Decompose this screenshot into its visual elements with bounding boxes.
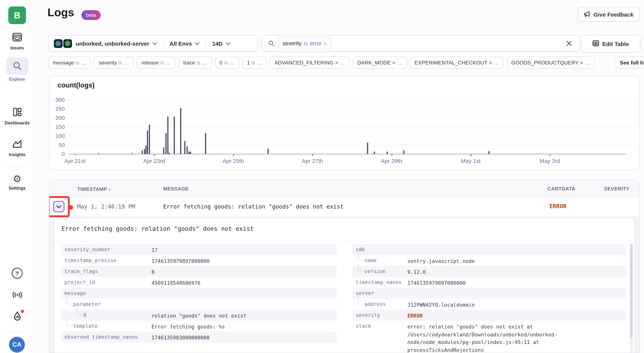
- detail-title: Error fetching goods: relation "goods" d…: [62, 225, 254, 232]
- chart-bar[interactable]: [188, 152, 190, 154]
- date-range-selector[interactable]: 14D: [212, 40, 222, 47]
- detail-row-timestamp_nanos[interactable]: timestamp_nanos1746135979897000000: [352, 277, 626, 288]
- detail-row-project_id[interactable]: project_id4509118548606976: [61, 277, 337, 288]
- chart-bar[interactable]: [387, 152, 388, 154]
- attribute-chip[interactable]: ADVANCED_FILTERING>…: [270, 57, 350, 69]
- see-full-list-button[interactable]: See full list: [615, 57, 644, 69]
- detail-row-stack[interactable]: stackerror: relation "goods" does not ex…: [352, 320, 626, 353]
- attribute-chip[interactable]: EXPERIMENTAL_CHECKOUT>…: [410, 57, 503, 69]
- detail-row-severity_number[interactable]: severity_number17: [61, 244, 337, 255]
- column-message[interactable]: MESSAGE: [163, 186, 189, 192]
- sidebar-item-dashboards[interactable]: Dashboards: [0, 107, 34, 125]
- help-button[interactable]: ?: [0, 268, 34, 279]
- chart-bar[interactable]: [166, 133, 166, 154]
- column-timestamp[interactable]: TIMESTAMP ↓: [77, 186, 111, 192]
- detail-row-sdk[interactable]: sdk: [352, 244, 626, 255]
- chart-bar[interactable]: [184, 141, 186, 154]
- chart-bar[interactable]: [187, 146, 188, 154]
- sidebar-item-insights[interactable]: Insights: [0, 139, 34, 157]
- chart-bar[interactable]: [131, 153, 132, 154]
- beta-badge: beta: [82, 10, 101, 20]
- sidebar-divider: [5, 331, 29, 332]
- x-tick-mark: [75, 154, 76, 156]
- detail-value: 1746135979897000000: [152, 257, 210, 265]
- table-header: TIMESTAMP ↓ MESSAGE CARTDATA SEVERITY: [49, 180, 639, 198]
- x-tick-mark: [154, 154, 155, 156]
- column-severity[interactable]: SEVERITY: [604, 186, 630, 192]
- environment-selector[interactable]: All Envs: [170, 40, 192, 47]
- detail-row-timestamp_precise[interactable]: timestamp_precise1746135979897000000: [61, 255, 337, 266]
- x-axis-label: Apr 29th: [381, 158, 402, 164]
- detail-row-0[interactable]: 0relation "goods" does not exist: [61, 310, 337, 320]
- attribute-chip[interactable]: messageis…: [48, 57, 91, 69]
- clear-search-icon[interactable]: [566, 40, 572, 46]
- attribute-chip[interactable]: GOODS_PRODUCTQUERY>…: [507, 57, 595, 69]
- table-icon: [592, 40, 599, 48]
- chart-bar[interactable]: [374, 152, 375, 154]
- row-expanded-area: Error fetching goods: relation "goods" d…: [49, 216, 639, 353]
- sidebar-item-settings[interactable]: ⚙ Settings: [0, 174, 34, 190]
- user-avatar[interactable]: CA: [9, 337, 25, 352]
- broadcast-icon: [12, 290, 23, 301]
- project-selector[interactable]: unborked, unborked-server: [76, 40, 149, 47]
- chart-bar[interactable]: [205, 133, 206, 154]
- attribute-chip[interactable]: severityis…: [94, 57, 134, 69]
- chart-bar[interactable]: [163, 147, 164, 154]
- attribute-chip[interactable]: 0is…: [215, 57, 239, 69]
- detail-scrollbar-thumb[interactable]: [630, 244, 633, 338]
- detail-row-template[interactable]: templateError fetching goods: %s: [61, 320, 337, 331]
- page-title: Logs: [48, 6, 74, 19]
- chart-bar[interactable]: [488, 151, 490, 154]
- sidebar-item-explore[interactable]: Explore: [0, 57, 34, 82]
- token-key: severity: [282, 40, 302, 46]
- chart-bar[interactable]: [146, 146, 146, 154]
- chart-bar[interactable]: [167, 116, 168, 154]
- attribute-chip[interactable]: traceis…: [179, 57, 212, 69]
- page-filter-bar: unborked, unborked-server All Envs 14D: [48, 35, 258, 52]
- org-logo[interactable]: B: [8, 7, 26, 24]
- column-cartdata[interactable]: CARTDATA: [548, 186, 575, 192]
- whats-new-button[interactable]: [0, 311, 34, 323]
- chart-bar[interactable]: [147, 130, 148, 154]
- chart-bar[interactable]: [169, 153, 170, 154]
- chart-bar[interactable]: [144, 149, 145, 154]
- attribute-chip[interactable]: DARK_MODE>…: [353, 57, 407, 69]
- token-remove-icon[interactable]: ×: [324, 41, 326, 46]
- detail-row-version[interactable]: version9.12.0: [352, 266, 626, 277]
- sidebar-item-issues[interactable]: Issues: [0, 33, 34, 50]
- detail-row-severity[interactable]: severityERROR: [352, 310, 626, 320]
- table-row[interactable]: May 1, 2:46:19 PM Error fetching goods: …: [49, 198, 639, 216]
- attribute-chip[interactable]: releaseis…: [137, 57, 176, 69]
- detail-key: sdk: [356, 246, 365, 252]
- detail-row-address[interactable]: addressJ12PWN42YQ.localdomain: [352, 299, 626, 310]
- detail-row-name[interactable]: namesentry.javascript.node: [352, 255, 626, 266]
- chart-bar[interactable]: [149, 125, 150, 154]
- detail-row-server[interactable]: server: [352, 288, 626, 299]
- chart-bar[interactable]: [367, 143, 368, 154]
- megaphone-icon: [584, 11, 590, 18]
- chart-bar[interactable]: [267, 148, 268, 154]
- edit-table-button[interactable]: Edit Table: [581, 35, 640, 53]
- attribute-chip[interactable]: 1is…: [242, 57, 266, 69]
- search-bar[interactable]: severity is error ×: [262, 35, 579, 52]
- detail-row-parameter[interactable]: parameter: [61, 299, 337, 310]
- detail-key: name: [364, 257, 377, 263]
- token-op: is: [304, 40, 308, 46]
- detail-row-message[interactable]: message: [61, 288, 337, 299]
- react-platform-icon: [54, 39, 62, 48]
- chart-bar[interactable]: [180, 108, 181, 154]
- chart-bar[interactable]: [174, 116, 175, 154]
- gear-icon: ⚙: [13, 174, 22, 184]
- sidebar-divider: [5, 166, 29, 166]
- detail-row-observed_timestamp_nanos[interactable]: observed_timestamp_nanos1746135983000000…: [61, 331, 337, 342]
- chart-bar[interactable]: [98, 153, 99, 154]
- chart-bar[interactable]: [190, 152, 191, 154]
- search-filter-token[interactable]: severity is error ×: [278, 37, 331, 49]
- chart-bar[interactable]: [178, 153, 179, 154]
- broadcast-button[interactable]: [0, 290, 34, 301]
- chart-plot[interactable]: [68, 100, 626, 154]
- chart-bar[interactable]: [404, 151, 404, 154]
- detail-row-trace_flags[interactable]: trace_flags0: [61, 266, 337, 277]
- give-feedback-button[interactable]: Give Feedback: [578, 7, 640, 22]
- chart-bar[interactable]: [142, 151, 143, 154]
